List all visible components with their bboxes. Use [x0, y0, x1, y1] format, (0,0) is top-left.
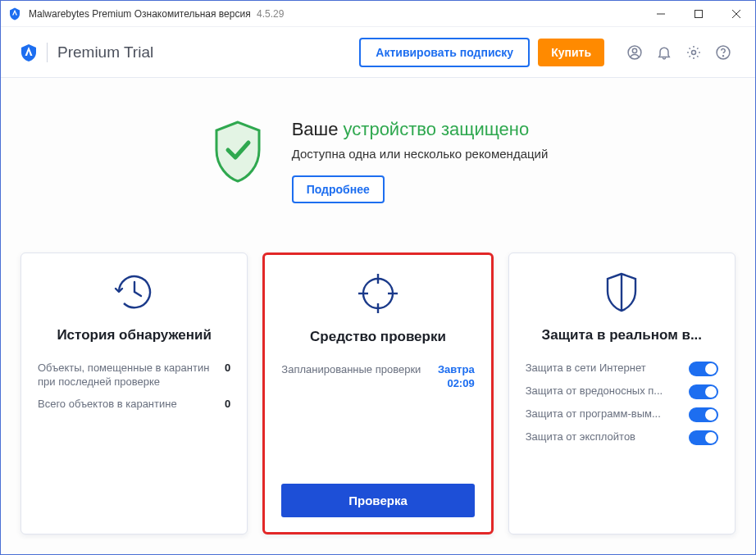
header-separator	[47, 43, 48, 62]
app-window: Malwarebytes Premium Ознакомительная вер…	[0, 0, 756, 555]
scan-button[interactable]: Проверка	[281, 484, 474, 517]
status-area: Ваше устройство защищено Доступна одна и…	[1, 78, 755, 252]
buy-button[interactable]: Купить	[538, 39, 604, 66]
bell-icon[interactable]	[650, 39, 678, 66]
close-button[interactable]	[717, 1, 755, 27]
scheduled-label: Запланированные проверки	[281, 363, 438, 377]
app-header: Premium Trial Активировать подписку Купи…	[1, 27, 755, 78]
svg-point-8	[723, 55, 724, 56]
status-subtitle: Доступна одна или несколько рекомендаций	[292, 147, 549, 161]
realtime-label: Защита от программ-вым...	[526, 407, 689, 421]
shield-check-icon	[208, 119, 267, 184]
header-title: Premium Trial	[57, 43, 359, 61]
window-controls	[642, 1, 755, 27]
maximize-button[interactable]	[680, 1, 717, 27]
account-icon[interactable]	[621, 39, 649, 66]
gear-icon[interactable]	[680, 39, 708, 66]
history-row-value: 0	[225, 362, 230, 374]
realtime-protection-card[interactable]: Защита в реальном в... Защита в сети Инт…	[508, 252, 736, 535]
status-heading: Ваше устройство защищено	[292, 119, 549, 140]
logo-icon	[19, 43, 39, 62]
activate-subscription-button[interactable]: Активировать подписку	[359, 38, 530, 67]
history-row-last-quarantine: Объекты, помещенные в карантин при после…	[38, 362, 230, 389]
minimize-button[interactable]	[642, 1, 680, 27]
history-row-total-quarantine: Всего объектов в карантине 0	[38, 398, 230, 412]
details-button[interactable]: Подробнее	[292, 175, 385, 203]
toggle-web-protection[interactable]	[689, 362, 718, 376]
svg-point-6	[692, 50, 696, 54]
realtime-item-malware: Защита от вредоносных п...	[526, 384, 718, 399]
scheduled-value: Завтра 02:09	[438, 363, 475, 391]
realtime-label: Защита от эксплойтов	[526, 430, 689, 444]
shield-outline-icon	[599, 270, 644, 314]
toggle-malware-protection[interactable]	[689, 384, 718, 399]
scanner-card-title: Средство проверки	[281, 329, 474, 345]
window-title: Malwarebytes Premium Ознакомительная вер…	[29, 8, 642, 20]
realtime-item-exploit: Защита от эксплойтов	[526, 430, 718, 445]
history-row-value: 0	[225, 398, 230, 410]
status-text: Ваше устройство защищено Доступна одна и…	[292, 119, 549, 203]
realtime-label: Защита в сети Интернет	[526, 362, 689, 375]
app-icon	[7, 7, 22, 21]
realtime-card-title: Защита в реальном в...	[526, 327, 718, 343]
realtime-item-ransomware: Защита от программ-вым...	[526, 407, 718, 422]
history-card-title: История обнаружений	[38, 327, 230, 343]
history-icon	[112, 270, 157, 314]
realtime-item-web: Защита в сети Интернет	[526, 362, 718, 376]
svg-rect-1	[695, 10, 703, 17]
realtime-label: Защита от вредоносных п...	[526, 384, 689, 398]
scanner-card[interactable]: Средство проверки Запланированные провер…	[262, 252, 493, 535]
history-row-label: Всего объектов в карантине	[38, 398, 225, 412]
cards-row: История обнаружений Объекты, помещенные …	[1, 252, 755, 554]
crosshair-icon	[356, 271, 400, 316]
toggle-exploit-protection[interactable]	[689, 430, 718, 445]
history-row-label: Объекты, помещенные в карантин при после…	[38, 362, 225, 389]
scheduled-scan-row: Запланированные проверки Завтра 02:09	[281, 363, 474, 391]
svg-point-5	[632, 48, 636, 52]
detection-history-card[interactable]: История обнаружений Объекты, помещенные …	[20, 252, 248, 535]
help-icon[interactable]	[709, 39, 737, 66]
toggle-ransomware-protection[interactable]	[689, 407, 718, 422]
titlebar: Malwarebytes Premium Ознакомительная вер…	[1, 1, 755, 27]
